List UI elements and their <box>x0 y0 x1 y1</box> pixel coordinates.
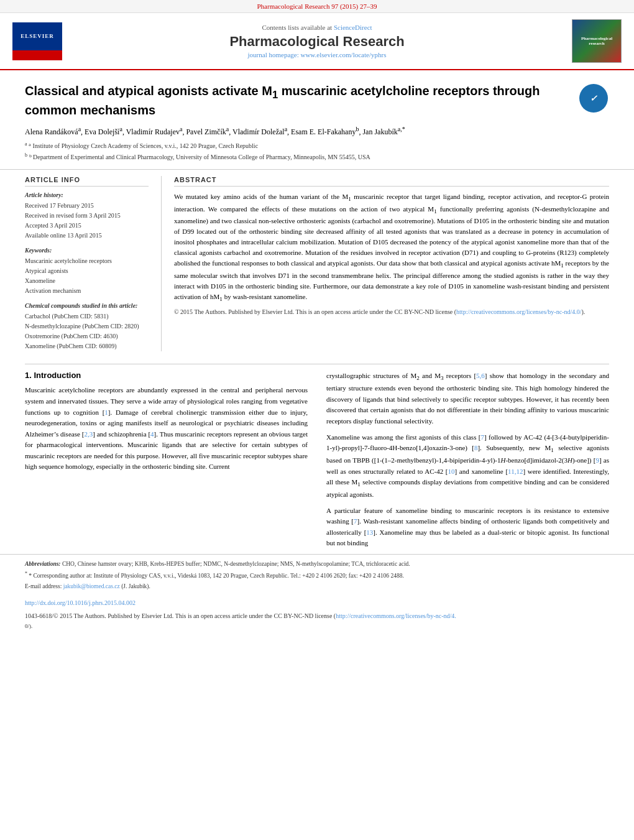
article-history-label: Article history: <box>25 192 149 198</box>
cover-text: Pharmacological research <box>572 34 621 48</box>
article-info-column: ARTICLE INFO Article history: Received 1… <box>25 176 162 351</box>
intro-paragraph-1: Muscarinic acetylcholine receptors are a… <box>25 385 308 473</box>
keyword-1: Muscarinic acetylcholine receptors <box>25 256 149 266</box>
journal-citation: Pharmacological Research 97 (2015) 27–39 <box>257 2 377 10</box>
open-access-statement: 1043-6618/© 2015 The Authors. Published … <box>0 610 634 622</box>
chemical-1: Carbachol (PubChem CID: 5831) <box>25 312 149 321</box>
article-authors: Alena Randákováa, Eva Dolejšía, Vladimír… <box>25 126 566 137</box>
journal-title: Pharmacological Research <box>87 34 547 50</box>
doi-link-area: http://dx.doi.org/10.1016/j.phrs.2015.04… <box>0 596 634 610</box>
content-right-column: crystallographic structures of M2 and M3… <box>326 371 609 554</box>
article-title-section: Classical and atypical agonists activate… <box>0 70 634 170</box>
intro-paragraph-2: crystallographic structures of M2 and M3… <box>326 371 609 427</box>
contents-text: Contents lists available at <box>262 24 332 31</box>
open-access-end: 0/). <box>0 622 634 635</box>
homepage-url[interactable]: www.elsevier.com/locate/yphrs <box>300 51 386 58</box>
chemical-2: N-desmethylclozapine (PubChem CID: 2820) <box>25 321 149 331</box>
abstract-text: We mutated key amino acids of the human … <box>174 192 609 303</box>
received-revised-date: Received in revised form 3 April 2015 <box>25 211 149 221</box>
oa-license-url[interactable]: http://creativecommons.org/licenses/by-n… <box>336 612 456 619</box>
footnotes-area: Abbreviations: CHO, Chinese hamster ovar… <box>0 554 634 596</box>
journal-cover-image: Pharmacological research <box>572 19 622 63</box>
content-left-column: 1. Introduction Muscarinic acetylcholine… <box>25 371 308 554</box>
abbreviations-footnote: Abbreviations: CHO, Chinese hamster ovar… <box>25 560 609 568</box>
affiliation-b: b ᵇ Department of Experimental and Clini… <box>25 152 566 162</box>
keyword-2: Atypical agonists <box>25 266 149 276</box>
abbreviations-label: Abbreviations: <box>25 561 62 567</box>
crossmark-logo: ✓ <box>578 83 609 114</box>
keywords-label: Keywords: <box>25 247 149 254</box>
related-word: related <box>397 468 415 475</box>
homepage-label: journal homepage: <box>248 51 299 58</box>
available-date: Available online 13 April 2015 <box>25 231 149 241</box>
article-title-text: Classical and atypical agonists activate… <box>25 83 566 163</box>
oa-close: 0/). <box>25 623 32 629</box>
email-footnote: E-mail address: jakubik@biomed.cas.cz (J… <box>25 582 609 591</box>
chemical-4: Xanomeline (PubChem CID: 60809) <box>25 341 149 351</box>
chemical-3: Oxotremorine (PubChem CID: 4630) <box>25 331 149 341</box>
received-date: Received 17 February 2015 <box>25 201 149 211</box>
journal-citation-bar: Pharmacological Research 97 (2015) 27–39 <box>0 0 634 13</box>
journal-cover-area: Pharmacological research <box>547 19 622 63</box>
section-divider <box>25 364 609 364</box>
email-link[interactable]: jakubik@biomed.cas.cz <box>63 583 120 589</box>
journal-title-area: Contents lists available at ScienceDirec… <box>87 24 547 58</box>
keyword-4: Activation mechanism <box>25 286 149 296</box>
elsevier-logo-text: ELSEVIER <box>21 33 54 39</box>
page-wrapper: Pharmacological Research 97 (2015) 27–39… <box>0 0 634 840</box>
sciencedirect-link[interactable]: ScienceDirect <box>334 24 372 31</box>
article-info-heading: ARTICLE INFO <box>25 176 149 187</box>
abstract-license: © 2015 The Authors. Published by Elsevie… <box>174 308 609 315</box>
elsevier-branding: ELSEVIER <box>12 22 87 60</box>
main-content: 1. Introduction Muscarinic acetylcholine… <box>0 371 634 554</box>
journal-header: ELSEVIER Contents lists available at Sci… <box>0 13 634 70</box>
abstract-heading: ABSTRACT <box>174 176 609 187</box>
contents-available-line: Contents lists available at ScienceDirec… <box>87 24 547 31</box>
journal-homepage: journal homepage: www.elsevier.com/locat… <box>87 51 547 58</box>
intro-paragraph-3: Xanomeline was among the first agonists … <box>326 432 609 501</box>
affiliation-a: a ᵃ Institute of Physiology Czech Academ… <box>25 141 566 150</box>
corresponding-footnote: * * Corresponding author at: Institute o… <box>25 570 609 580</box>
keyword-3: Xanomeline <box>25 276 149 286</box>
email-person: (J. Jakubík). <box>121 583 150 589</box>
article-info-abstract-section: ARTICLE INFO Article history: Received 1… <box>0 170 634 358</box>
accepted-date: Accepted 3 April 2015 <box>25 221 149 231</box>
introduction-heading: 1. Introduction <box>25 371 308 380</box>
license-url[interactable]: http://creativecommons.org/licenses/by-n… <box>456 308 581 315</box>
intro-paragraph-4: A particular feature of xanomeline bindi… <box>326 505 609 549</box>
corresponding-text: * Corresponding author at: Institute of … <box>29 573 403 579</box>
article-title: Classical and atypical agonists activate… <box>25 83 566 118</box>
chemical-label: Chemical compounds studied in this artic… <box>25 302 149 309</box>
abstract-column: ABSTRACT We mutated key amino acids of t… <box>162 176 609 351</box>
crossmark-icon: ✓ <box>579 84 608 113</box>
email-label: E-mail address: <box>25 583 63 589</box>
abbreviations-text: CHO, Chinese hamster ovary; KHB, Krebs-H… <box>62 561 410 567</box>
doi-url[interactable]: http://dx.doi.org/10.1016/j.phrs.2015.04… <box>25 599 136 606</box>
